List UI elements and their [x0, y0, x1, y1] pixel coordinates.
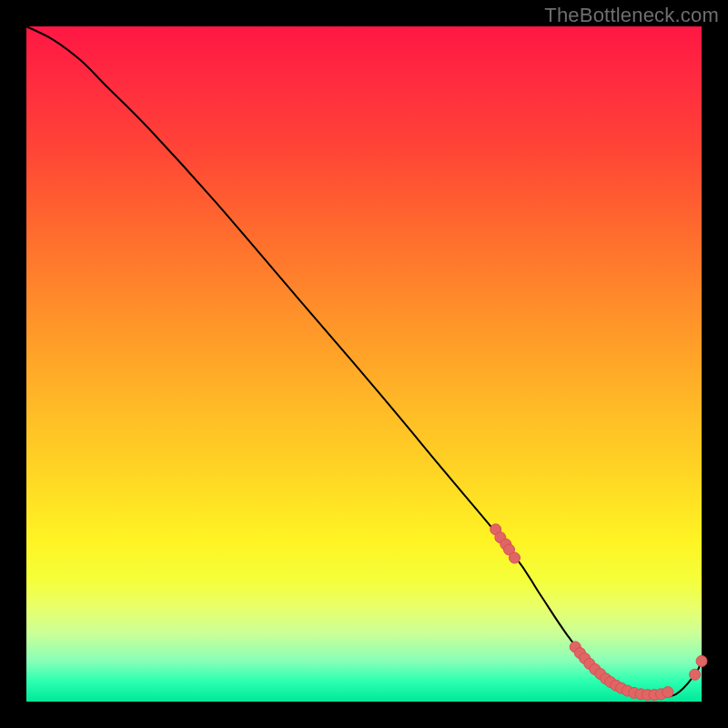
data-point	[690, 669, 701, 680]
data-point	[662, 687, 673, 698]
chart-svg	[26, 26, 702, 702]
chart-frame: TheBottleneck.com	[0, 0, 728, 728]
data-point	[510, 552, 521, 563]
data-point	[696, 656, 707, 667]
watermark-text: TheBottleneck.com	[544, 4, 719, 27]
main-curve	[26, 26, 702, 697]
data-points-group	[490, 524, 707, 701]
plot-area	[26, 26, 702, 702]
